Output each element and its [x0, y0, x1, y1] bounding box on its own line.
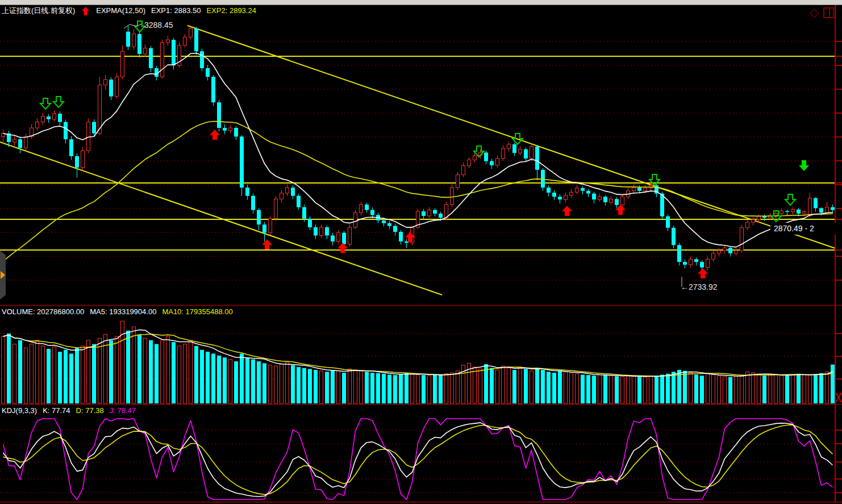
- high-price-annotation: 3288.45: [144, 20, 173, 30]
- title-bar[interactable]: [0, 0, 842, 5]
- volume-ma10-label: MA10: 179355488.00: [162, 307, 232, 316]
- expand-arrow-icon: [1, 271, 5, 279]
- volume-value-label: VOLUME: 202786800.00: [2, 307, 84, 316]
- up-arrow-icon: [82, 6, 89, 15]
- diamond-tool-icon[interactable]: ◇: [808, 6, 820, 19]
- indicator-name-label: EXPMA(12,50): [96, 6, 145, 15]
- volume-ma5-label: MA5: 193319904.00: [90, 307, 156, 316]
- kdj-name-label: KDJ(9,3,3): [2, 406, 37, 415]
- kdj-j-label: J: 78.47: [110, 406, 136, 415]
- chart-canvas[interactable]: [0, 0, 842, 504]
- low-price-annotation: ←2733.92: [681, 282, 718, 291]
- exp1-value-label: EXP1: 2883.50: [151, 6, 201, 15]
- close-indicator-icon[interactable]: [834, 391, 842, 403]
- kdj-pane-header: KDJ(9,3,3) K: 77.74 D: 77.38 J: 78.47: [2, 406, 136, 415]
- main-pane-header: 上证指数(日线.前复权) EXPMA(12,50) EXP1: 2883.50 …: [2, 6, 256, 15]
- sidebar-expand-tab[interactable]: [0, 251, 6, 299]
- exp2-value-label: EXP2: 2893.24: [206, 6, 256, 15]
- stock-chart-app: 上证指数(日线.前复权) EXPMA(12,50) EXP1: 2883.50 …: [0, 0, 842, 504]
- split-window-icon[interactable]: [823, 7, 834, 18]
- symbol-title: 上证指数(日线.前复权): [2, 6, 75, 15]
- kdj-k-label: K: 77.74: [43, 406, 70, 415]
- volume-pane-header: VOLUME: 202786800.00 MA5: 193319904.00 M…: [2, 307, 233, 316]
- kdj-d-label: D: 77.38: [76, 406, 104, 415]
- price-range-tooltip: 2870.49 - 2: [770, 223, 842, 235]
- split-window-icon-divider: [829, 9, 830, 17]
